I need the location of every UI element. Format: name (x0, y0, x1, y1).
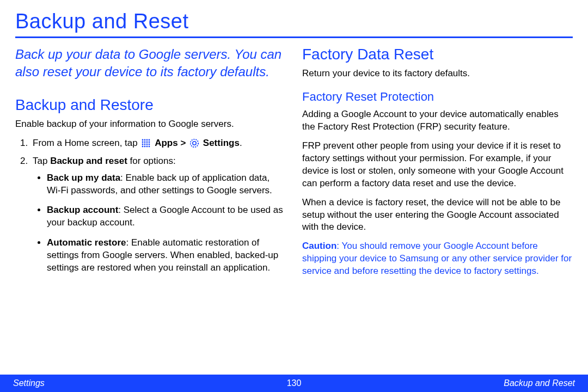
steps-list: From a Home screen, tap Apps > (15, 137, 286, 274)
step1-prefix: From a Home screen, tap (33, 138, 140, 148)
list-item: Back up my data: Enable back up of appli… (47, 172, 286, 197)
step2-prefix: Tap (33, 156, 50, 166)
options-bullet-list: Back up my data: Enable back up of appli… (33, 172, 286, 275)
step-item: From a Home screen, tap Apps > (30, 137, 286, 150)
svg-point-10 (146, 144, 148, 145)
backup-restore-intro: Enable backup of your information to Goo… (15, 118, 286, 131)
svg-point-2 (146, 139, 148, 141)
frp-p3: When a device is factory reset, the devi… (302, 197, 573, 234)
svg-point-3 (149, 139, 150, 141)
lead-paragraph: Back up your data to Google servers. You… (15, 46, 286, 81)
svg-point-5 (144, 142, 146, 143)
svg-point-1 (144, 139, 146, 141)
svg-point-8 (142, 144, 144, 145)
svg-point-14 (146, 146, 148, 148)
two-column-layout: Back up your data to Google servers. You… (15, 46, 573, 282)
caution-label: Caution (302, 241, 336, 251)
svg-point-16 (191, 139, 198, 147)
bullet1-bold: Back up my data (47, 173, 120, 183)
frp-p2: FRP prevent other people from using your… (302, 140, 573, 190)
apps-grid-icon (141, 138, 151, 148)
bullet2-bold: Backup account (47, 205, 118, 215)
step2-suffix: for options: (127, 156, 176, 166)
right-column: Factory Data Reset Return your device to… (302, 46, 573, 282)
svg-point-9 (144, 144, 146, 145)
factory-reset-heading: Factory Data Reset (302, 46, 573, 63)
step1-apps-bold: Apps > (155, 138, 188, 148)
page-footer: Settings 130 Backup and Reset (0, 375, 588, 392)
footer-right: Backup and Reset (504, 378, 575, 388)
svg-point-15 (149, 146, 150, 148)
footer-left: Settings (13, 378, 45, 388)
svg-point-4 (142, 142, 144, 143)
title-divider (15, 36, 573, 38)
step1-period: . (240, 138, 242, 148)
backup-restore-heading: Backup and Restore (15, 96, 286, 114)
svg-point-13 (144, 146, 146, 148)
list-item: Automatic restore: Enable automatic rest… (47, 237, 286, 274)
step1-settings-bold: Settings (203, 138, 240, 148)
document-page: Backup and Reset Back up your data to Go… (0, 0, 588, 309)
step2-bold: Backup and reset (50, 156, 127, 166)
list-item: Backup account: Select a Google Account … (47, 204, 286, 229)
frp-heading: Factory Reset Protection (302, 90, 573, 104)
bullet3-bold: Automatic restore (47, 237, 126, 248)
page-title: Backup and Reset (15, 10, 573, 33)
svg-point-7 (149, 142, 150, 143)
svg-point-17 (193, 142, 196, 145)
settings-gear-icon (189, 138, 199, 148)
footer-page-number: 130 (287, 378, 302, 388)
svg-point-6 (146, 142, 148, 143)
svg-point-12 (142, 146, 144, 148)
caution-body: : You should remove your Google Account … (302, 241, 572, 276)
svg-point-0 (142, 139, 144, 141)
factory-reset-intro: Return your device to its factory defaul… (302, 68, 573, 80)
svg-point-11 (149, 144, 150, 145)
frp-p1: Adding a Google Account to your device a… (302, 108, 573, 133)
caution-paragraph: Caution: You should remove your Google A… (302, 240, 573, 278)
step-item: Tap Backup and reset for options: Back u… (30, 155, 286, 275)
left-column: Back up your data to Google servers. You… (15, 46, 286, 282)
